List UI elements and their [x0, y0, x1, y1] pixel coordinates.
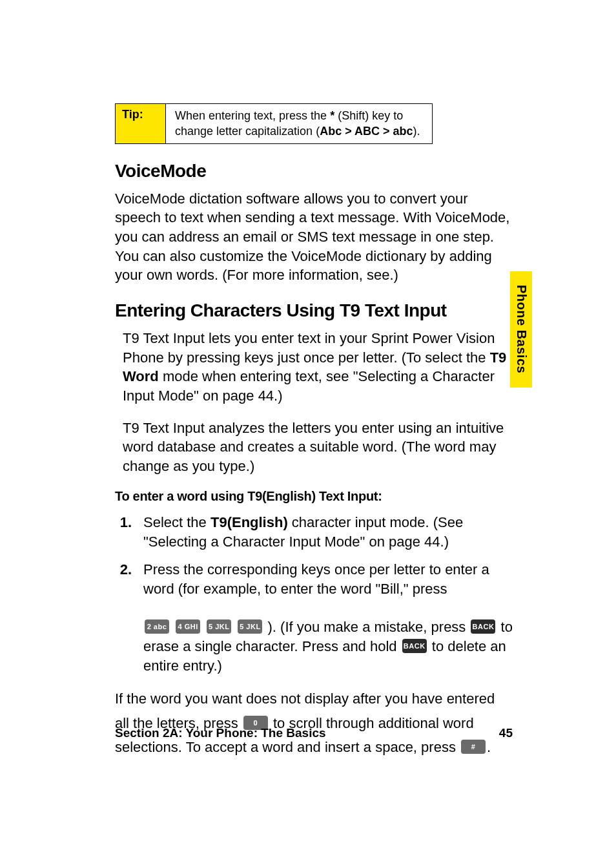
footer: Section 2A: Your Phone: The Basics 45 [115, 726, 513, 740]
key-2-icon: 2 abc [145, 619, 169, 634]
page: Tip: When entering text, press the * (Sh… [0, 0, 616, 863]
t9-p1-b: mode when entering text, see "Selecting … [123, 368, 495, 404]
tip-text-prefix: When entering text, press the [175, 109, 330, 122]
tip-content: When entering text, press the * (Shift) … [166, 104, 432, 143]
footer-section: Section 2A: Your Phone: The Basics [115, 726, 326, 740]
step-1-body: Select the T9(English) character input m… [143, 513, 513, 551]
step2-b: ). (If you make a mistake, press [268, 619, 470, 635]
t9-paragraph-2: T9 Text Input analyzes the letters you e… [123, 419, 513, 476]
step-2: 2. Press the corresponding keys once per… [115, 560, 513, 675]
t9-subheading: To enter a word using T9(English) Text I… [115, 489, 513, 504]
step1-a: Select the [143, 514, 210, 530]
tip-caps-sequence: Abc > ABC > abc [320, 125, 413, 138]
step1-bold: T9(English) [210, 514, 288, 530]
step-2-number: 2. [115, 560, 143, 675]
voicemode-paragraph: VoiceMode dictation software allows you … [115, 189, 513, 285]
key-hash-icon: # [461, 740, 486, 754]
key-back-icon-2: BACK [402, 639, 427, 653]
t9-p1-a: T9 Text Input lets you enter text in you… [123, 330, 495, 366]
lower-c: . [487, 739, 491, 755]
voicemode-heading: VoiceMode [115, 161, 513, 182]
step2-a: Press the corresponding keys once per le… [143, 561, 489, 597]
footer-page-number: 45 [499, 726, 513, 740]
key-5-icon: 5 JKL [207, 619, 231, 634]
step-1-number: 1. [115, 513, 143, 551]
t9-heading: Entering Characters Using T9 Text Input [115, 300, 513, 321]
step-1: 1. Select the T9(English) character inpu… [115, 513, 513, 551]
tip-label: Tip: [116, 104, 166, 143]
tip-text-suffix: ). [413, 125, 420, 138]
key-5-icon-2: 5 JKL [238, 619, 262, 634]
tip-box: Tip: When entering text, press the * (Sh… [115, 103, 433, 144]
t9-paragraph-1: T9 Text Input lets you enter text in you… [123, 329, 513, 406]
side-tab-label: Phone Basics [514, 285, 529, 373]
key-back-icon: BACK [471, 619, 495, 634]
side-tab: Phone Basics [510, 271, 532, 388]
step-2-body: Press the corresponding keys once per le… [143, 560, 513, 675]
key-4-icon: 4 GHI [176, 619, 200, 634]
steps-list: 1. Select the T9(English) character inpu… [115, 513, 513, 676]
lower-paragraph: If the word you want does not display af… [115, 687, 513, 759]
